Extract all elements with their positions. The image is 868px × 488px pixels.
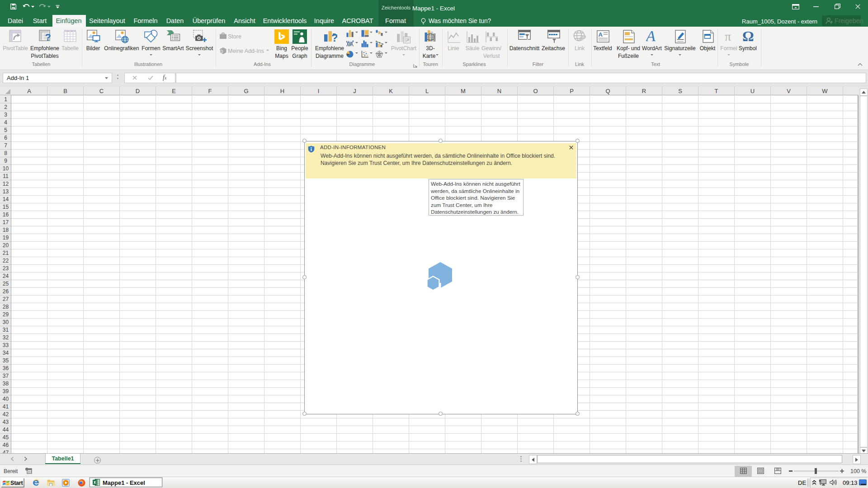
svg-text:A: A: [646, 30, 656, 42]
svg-text:Ω: Ω: [742, 30, 754, 42]
svg-text:A: A: [599, 31, 603, 38]
svg-text:?: ?: [331, 32, 337, 43]
svg-text:π: π: [725, 31, 731, 42]
svg-text:?: ?: [45, 32, 51, 42]
